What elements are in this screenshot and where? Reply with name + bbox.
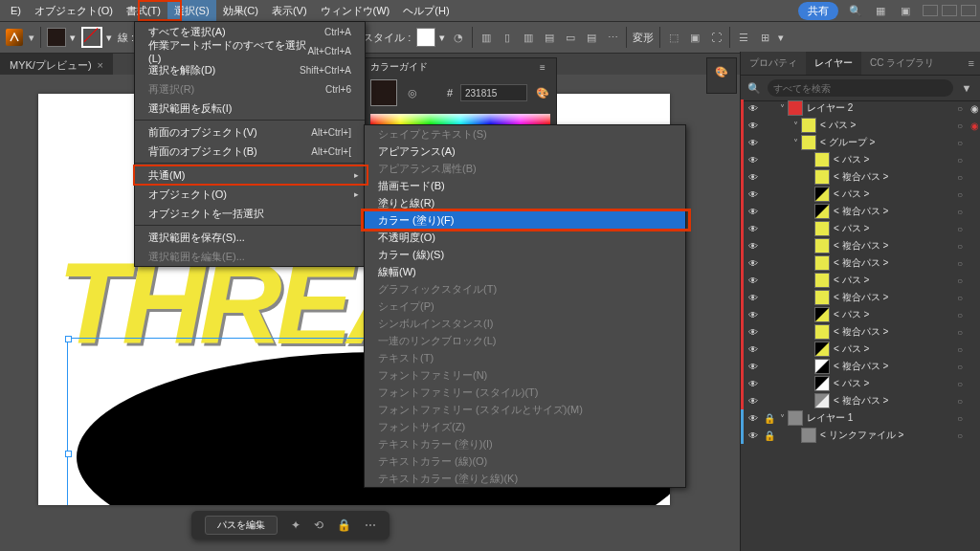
menu-dropdown-item[interactable]: 作業アートボードのすべてを選択(L)Alt+Ctrl+A bbox=[135, 41, 365, 60]
target-icon[interactable]: ○ bbox=[951, 327, 969, 338]
submenu-item[interactable]: フォントファミリー (スタイルとサイズ)(M) bbox=[365, 401, 685, 418]
align-icon[interactable]: ▤ bbox=[542, 30, 557, 45]
align-icon[interactable]: ▯ bbox=[500, 30, 515, 45]
twirl-icon[interactable]: ˅ bbox=[776, 413, 788, 424]
layer-row[interactable]: 👁< パス >○ bbox=[741, 186, 980, 203]
menu-item[interactable]: 表示(V) bbox=[265, 0, 314, 21]
menu-item[interactable]: ウィンドウ(W) bbox=[314, 0, 397, 21]
submenu-item[interactable]: 塗りと線(R) bbox=[365, 194, 685, 211]
maximize-button[interactable] bbox=[942, 5, 957, 16]
workspace-icon[interactable]: ▣ bbox=[898, 3, 913, 18]
submenu-item[interactable]: アピアランス属性(B) bbox=[365, 160, 685, 177]
submenu-item[interactable]: テキストカラー (線)(O) bbox=[365, 452, 685, 470]
target-icon[interactable]: ○ bbox=[951, 121, 969, 131]
submenu-item[interactable]: テキストカラー (塗りと線)(K) bbox=[365, 470, 685, 487]
align-icon[interactable]: ▥ bbox=[521, 30, 536, 45]
layer-row[interactable]: 👁< パス >○ bbox=[741, 341, 980, 358]
target-icon[interactable]: ○ bbox=[951, 103, 969, 114]
target-icon[interactable]: ○ bbox=[951, 155, 969, 165]
visibility-icon[interactable]: 👁 bbox=[744, 103, 763, 114]
panel-tab[interactable]: カラーガイド bbox=[370, 60, 428, 74]
target-icon[interactable]: ○ bbox=[951, 241, 969, 252]
edit-path-button[interactable]: パスを編集 bbox=[205, 516, 278, 535]
layer-row[interactable]: 👁˅< パス >○◉ bbox=[741, 117, 980, 134]
style-swatch[interactable]: ▾ bbox=[416, 28, 445, 47]
menu-dropdown-item[interactable]: 選択範囲を反転(I) bbox=[135, 99, 365, 118]
submenu-item[interactable]: カラー (線)(S) bbox=[365, 246, 685, 263]
layer-row[interactable]: 👁🔒< リンクファイル >○ bbox=[741, 427, 980, 444]
submenu-item[interactable]: 一連のリンクブロック(L) bbox=[365, 332, 685, 349]
group-icon[interactable]: ⟲ bbox=[314, 518, 323, 532]
menu-dropdown-item[interactable]: 再選択(R)Ctrl+6 bbox=[135, 79, 365, 99]
menu-dropdown-item[interactable]: 選択範囲を編集(E)... bbox=[135, 247, 365, 266]
pref-icon[interactable]: ☰ bbox=[736, 30, 751, 45]
sample-swatch[interactable] bbox=[370, 79, 397, 106]
twirl-icon[interactable]: ˅ bbox=[776, 103, 788, 114]
visibility-icon[interactable]: 👁 bbox=[744, 121, 763, 131]
isolate-icon[interactable]: ⬚ bbox=[666, 30, 681, 45]
swatches-icon[interactable]: 🎨 bbox=[714, 64, 729, 79]
submenu-item[interactable]: シェイプ(P) bbox=[365, 298, 685, 315]
align-more-icon[interactable]: ⋯ bbox=[605, 30, 620, 45]
submenu-item[interactable]: フォントファミリー(N) bbox=[365, 366, 685, 384]
fill-swatch[interactable]: ▾ bbox=[47, 28, 76, 47]
menu-item[interactable]: 効果(C) bbox=[216, 0, 265, 21]
layer-row[interactable]: 👁˅< グループ >○ bbox=[741, 134, 980, 151]
submenu-item[interactable]: アピアランス(A) bbox=[365, 143, 685, 160]
target-icon[interactable]: ○ bbox=[951, 379, 969, 389]
submenu-item[interactable]: フォントサイズ(Z) bbox=[365, 418, 685, 435]
panel-menu-icon[interactable]: ≡ bbox=[969, 52, 980, 75]
pref-icon[interactable]: ⊞ bbox=[757, 30, 772, 45]
target-icon[interactable]: ○ bbox=[951, 172, 969, 183]
target-icon[interactable]: ○ bbox=[951, 344, 969, 355]
color-wheel-icon[interactable]: ◎ bbox=[405, 85, 420, 100]
target-icon[interactable]: ○ bbox=[951, 224, 969, 234]
menu-item[interactable]: ヘルプ(H) bbox=[396, 0, 456, 21]
menu-item[interactable]: オブジェクト(O) bbox=[28, 0, 120, 21]
mask-icon[interactable]: ▣ bbox=[687, 30, 702, 45]
layer-row[interactable]: 👁🔒˅レイヤー 1○ bbox=[741, 409, 980, 427]
menu-dropdown-item[interactable]: 選択範囲を保存(S)... bbox=[135, 228, 365, 247]
layer-row[interactable]: 👁< 複合パス >○ bbox=[741, 203, 980, 220]
target-icon[interactable]: ○ bbox=[951, 293, 969, 303]
layer-row[interactable]: 👁< 複合パス >○ bbox=[741, 237, 980, 254]
visibility-icon[interactable]: 👁 bbox=[744, 172, 763, 183]
visibility-icon[interactable]: 👁 bbox=[744, 293, 763, 303]
layer-row[interactable]: 👁< パス >○ bbox=[741, 151, 980, 168]
arrange-icon[interactable]: ▦ bbox=[873, 3, 888, 18]
target-icon[interactable]: ○ bbox=[951, 207, 969, 217]
menu-dropdown-item[interactable]: 背面のオブジェクト(B)Alt+Ctrl+[ bbox=[135, 142, 365, 161]
layer-row[interactable]: 👁< 複合パス >○ bbox=[741, 392, 980, 409]
align-icon[interactable]: ▭ bbox=[563, 30, 578, 45]
visibility-icon[interactable]: 👁 bbox=[744, 258, 763, 269]
menu-dropdown-item[interactable]: 前面のオブジェクト(V)Alt+Ctrl+] bbox=[135, 122, 365, 142]
menu-dropdown-item[interactable]: オブジェクトを一括選択 bbox=[135, 204, 365, 223]
visibility-icon[interactable]: 👁 bbox=[744, 276, 763, 286]
layer-row[interactable]: 👁< 複合パス >○ bbox=[741, 323, 980, 341]
submenu-item[interactable]: 不透明度(O) bbox=[365, 229, 685, 246]
visibility-icon[interactable]: 👁 bbox=[744, 224, 763, 234]
submenu-item[interactable]: フォントファミリー (スタイル)(T) bbox=[365, 384, 685, 401]
layer-row[interactable]: 👁< 複合パス >○ bbox=[741, 254, 980, 272]
share-button[interactable]: 共有 bbox=[798, 2, 838, 20]
panel-menu-icon[interactable]: ≡ bbox=[535, 59, 550, 75]
menu-dropdown-item[interactable]: 共通(M) bbox=[135, 165, 365, 185]
target-icon[interactable]: ○ bbox=[951, 396, 969, 407]
layer-row[interactable]: 👁< パス >○ bbox=[741, 306, 980, 323]
crop-icon[interactable]: ⛶ bbox=[708, 30, 724, 45]
visibility-icon[interactable]: 👁 bbox=[744, 155, 763, 165]
layer-row[interactable]: 👁< パス >○ bbox=[741, 272, 980, 289]
submenu-item[interactable]: グラフィックスタイル(T) bbox=[365, 280, 685, 298]
visibility-icon[interactable]: 👁 bbox=[744, 138, 763, 148]
visibility-icon[interactable]: 👁 bbox=[744, 207, 763, 217]
visibility-icon[interactable]: 👁 bbox=[744, 327, 763, 338]
menu-dropdown-item[interactable]: オブジェクト(O) bbox=[135, 185, 365, 204]
menu-item[interactable]: E) bbox=[4, 0, 28, 21]
align-icon[interactable]: ▤ bbox=[584, 30, 599, 45]
lock-icon[interactable]: 🔒 bbox=[337, 518, 351, 532]
visibility-icon[interactable]: 👁 bbox=[744, 189, 763, 200]
arrange-icon[interactable]: ✦ bbox=[291, 518, 301, 532]
close-button[interactable] bbox=[961, 5, 976, 16]
submenu-item[interactable]: 線幅(W) bbox=[365, 263, 685, 280]
search-icon[interactable]: 🔍 bbox=[848, 3, 863, 18]
